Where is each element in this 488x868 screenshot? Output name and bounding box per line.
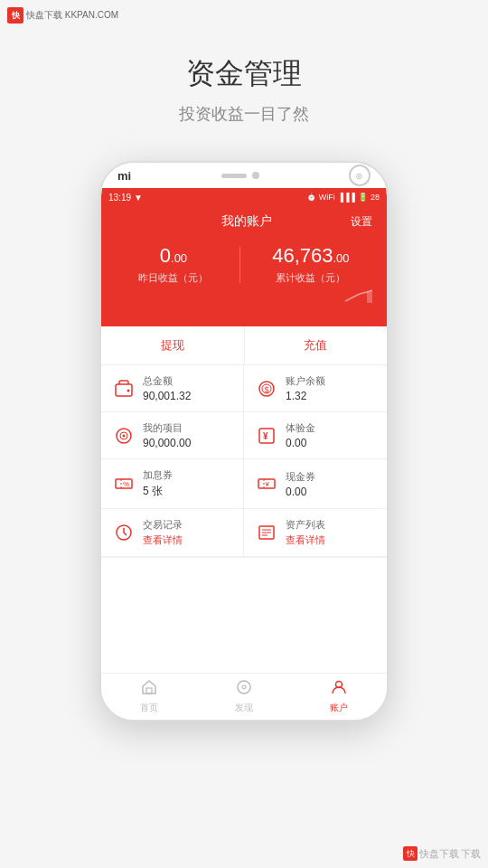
info-projects-label: 我的项目 [143, 421, 191, 435]
info-total-value: 90,001.32 [143, 390, 191, 402]
info-expgold-text: 体验金 0.00 [286, 421, 315, 449]
info-total-label: 总金额 [143, 374, 191, 388]
info-total-text: 总金额 90,001.32 [143, 374, 191, 402]
discover-icon [236, 679, 252, 700]
info-cashcoupon-value: 0.00 [286, 486, 315, 498]
phone-speaker [221, 174, 247, 178]
svg-point-23 [238, 681, 250, 693]
info-projects-value: 90,000.00 [143, 437, 191, 449]
info-rate-coupon[interactable]: % 加息券 5 张 [101, 459, 244, 509]
clock-icon [112, 521, 136, 544]
info-projects-text: 我的项目 90,000.00 [143, 421, 191, 449]
info-asset-list[interactable]: 资产列表 查看详情 [244, 509, 387, 557]
status-icon: ▼ [134, 193, 143, 203]
info-assetlist-value: 查看详情 [286, 533, 325, 547]
info-balance-text: 账户余额 1.32 [286, 374, 325, 402]
info-transaction-value: 查看详情 [143, 533, 183, 547]
page-title-area: 资金管理 投资收益一目了然 [179, 54, 309, 125]
chart-svg [345, 288, 372, 305]
status-right: ⏰ WiFi ▐▐▐ 🔋 28 [306, 193, 380, 202]
nav-item-account[interactable]: 账户 [292, 675, 387, 718]
withdraw-button[interactable]: 提现 [101, 326, 245, 364]
svg-rect-22 [146, 688, 152, 693]
list-icon [255, 521, 278, 544]
nav-discover-label: 发现 [235, 702, 253, 714]
header-stats: 0.00 昨日收益（元） 46,763.00 累计收益（元） [116, 244, 372, 285]
info-my-projects[interactable]: 我的项目 90,000.00 [101, 412, 244, 459]
wallet-icon [112, 377, 136, 401]
watermark-text: 快盘下载 [419, 847, 459, 861]
coins-icon: $ [255, 377, 278, 401]
yesterday-earnings: 0.00 昨日收益（元） [138, 244, 208, 285]
info-cashcoupon-text: 现金券 0.00 [286, 470, 315, 498]
svg-text:¥: ¥ [263, 431, 268, 441]
info-coupon-text: 加息券 5 张 [143, 468, 173, 499]
nav-home-label: 首页 [140, 702, 158, 714]
status-bar: 13:19 ▼ ⏰ WiFi ▐▐▐ 🔋 28 [101, 188, 387, 206]
info-expgold-value: 0.00 [286, 437, 315, 449]
battery-level: 28 [371, 193, 380, 202]
logo-box: 快 [7, 7, 23, 24]
phone-top-center [221, 172, 259, 179]
account-icon [331, 679, 347, 700]
yesterday-value: 0.00 [138, 244, 208, 268]
svg-point-24 [242, 685, 246, 689]
clock-icon: ⏰ [306, 193, 316, 202]
info-coupon-label: 加息券 [143, 468, 173, 482]
watermark: 快 快盘下载 下载 [403, 846, 481, 861]
total-earnings: 46,763.00 累计收益（元） [272, 244, 349, 285]
target-icon [112, 424, 136, 448]
phone-inner: mi ◎ 13:19 ▼ ⏰ WiFi ▐▐▐ 🔋 28 [101, 163, 387, 720]
phone-camera [252, 172, 259, 179]
info-experience-gold[interactable]: ¥ 体验金 0.00 [244, 412, 387, 459]
info-account-balance[interactable]: $ 账户余额 1.32 [244, 365, 387, 412]
wifi-icon: WiFi [319, 193, 335, 202]
phone-top-bar: mi ◎ [101, 163, 387, 188]
coupon-icon: % [112, 472, 136, 495]
page-sub-title: 投资收益一目了然 [179, 103, 309, 125]
recharge-button[interactable]: 充值 [245, 326, 388, 364]
top-logo: 快 快盘下载 KKPAN.COM [7, 7, 118, 24]
nav-item-home[interactable]: 首页 [101, 675, 196, 718]
info-transaction-label: 交易记录 [143, 518, 183, 532]
yesterday-label: 昨日收益（元） [138, 271, 208, 285]
info-grid: 总金额 90,001.32 $ 账户余额 1.32 [101, 365, 387, 558]
nav-account-label: 账户 [330, 702, 348, 714]
total-value: 46,763.00 [272, 244, 349, 268]
status-left: 13:19 ▼ [108, 193, 143, 203]
info-transaction-records[interactable]: 交易记录 查看详情 [101, 509, 244, 557]
info-total-amount[interactable]: 总金额 90,001.32 [101, 365, 244, 412]
header-top: 我的账户 设置 [116, 213, 372, 230]
total-label: 累计收益（元） [272, 271, 349, 285]
signal-icon: ▐▐▐ [338, 193, 355, 202]
phone-mockup: mi ◎ 13:19 ▼ ⏰ WiFi ▐▐▐ 🔋 28 [99, 161, 389, 722]
settings-button[interactable]: 设置 [351, 214, 372, 230]
phone-brand: mi [117, 169, 131, 183]
action-buttons: 提现 充值 [101, 326, 387, 365]
info-coupon-value: 5 张 [143, 484, 173, 499]
nav-item-discover[interactable]: 发现 [196, 675, 291, 718]
watermark-domain: 下载 [461, 847, 481, 861]
app-header: 我的账户 设置 0.00 昨日收益（元） 46,763.00 [101, 206, 387, 326]
info-balance-value: 1.32 [286, 390, 325, 402]
info-assetlist-label: 资产列表 [286, 518, 325, 532]
logo-text: 快盘下载 KKPAN.COM [26, 9, 118, 22]
page-main-title: 资金管理 [179, 54, 309, 94]
info-balance-label: 账户余额 [286, 374, 325, 388]
svg-text:%: % [123, 480, 129, 488]
svg-marker-0 [367, 290, 372, 303]
phone-button: ◎ [349, 165, 371, 186]
svg-text:$: $ [265, 385, 269, 394]
info-expgold-label: 体验金 [286, 421, 315, 435]
bottom-nav: 首页 发现 账户 [101, 673, 387, 720]
svg-text:¥: ¥ [265, 480, 270, 488]
svg-point-8 [123, 434, 126, 437]
status-time: 13:19 [108, 193, 131, 203]
svg-point-2 [127, 389, 130, 392]
header-title: 我的账户 [143, 213, 351, 230]
info-transaction-text: 交易记录 查看详情 [143, 518, 183, 547]
battery-icon: 🔋 [358, 193, 368, 202]
info-cashcoupon-label: 现金券 [286, 470, 315, 484]
info-cash-coupon[interactable]: ¥ 现金券 0.00 [244, 459, 387, 509]
home-icon [141, 679, 157, 700]
